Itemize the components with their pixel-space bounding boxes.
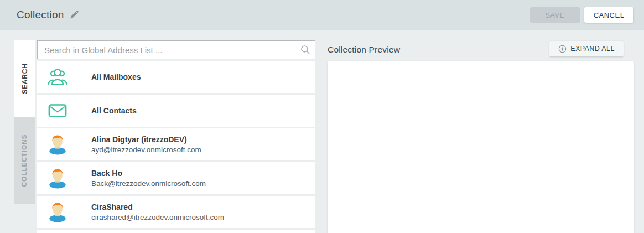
- list-item-name: CiraShared: [91, 203, 224, 211]
- address-list: All Mailboxes All Contacts: [37, 61, 315, 233]
- tab-collections[interactable]: COLLECTIONS: [14, 117, 35, 204]
- preview-title: Collection Preview: [328, 45, 400, 55]
- person-avatar-icon: [47, 133, 68, 156]
- tab-search[interactable]: SEARCH: [14, 40, 35, 117]
- list-item-partial: [37, 230, 315, 233]
- expand-all-label: EXPAND ALL: [570, 45, 615, 53]
- list-item-all-mailboxes[interactable]: All Mailboxes: [37, 61, 315, 93]
- list-item-person[interactable]: CiraShared cirashared@itrezzodev.onmicro…: [37, 196, 315, 228]
- list-item-text: All Contacts: [91, 106, 137, 115]
- pencil-icon[interactable]: [69, 10, 80, 20]
- page-title-text: Collection: [17, 9, 64, 21]
- list-item-all-contacts[interactable]: All Contacts: [37, 95, 315, 127]
- plus-circle-icon: [558, 45, 567, 53]
- list-item-text: CiraShared cirashared@itrezzodev.onmicro…: [91, 203, 224, 221]
- list-item-email: cirashared@itrezzodev.onmicrosoft.com: [91, 213, 224, 221]
- tab-collections-label: COLLECTIONS: [21, 134, 29, 187]
- page-title: Collection: [17, 9, 80, 21]
- list-item-text: All Mailboxes: [91, 73, 141, 81]
- save-button[interactable]: SAVE: [530, 7, 580, 23]
- list-item-name: Back Ho: [91, 169, 206, 178]
- header-actions: SAVE CANCEL: [530, 7, 633, 23]
- envelope-icon: [47, 100, 68, 122]
- person-avatar-icon: [47, 167, 68, 189]
- collection-preview-panel: [328, 61, 634, 233]
- list-item-text: Back Ho Back@itrezzodev.onmicrosoft.com: [91, 169, 206, 188]
- person-avatar-icon: [47, 201, 68, 223]
- search-bar: [37, 40, 315, 59]
- people-group-icon: [47, 66, 68, 88]
- list-item-text: Alina Digtyar (itrezzoDEV) ayd@itrezzode…: [91, 135, 201, 154]
- list-item-name: All Mailboxes: [91, 73, 141, 81]
- header-bar: Collection SAVE CANCEL: [0, 0, 644, 30]
- list-item-person[interactable]: Back Ho Back@itrezzodev.onmicrosoft.com: [37, 162, 315, 194]
- expand-all-button[interactable]: EXPAND ALL: [549, 41, 624, 56]
- cancel-button[interactable]: CANCEL: [584, 7, 633, 23]
- list-item-name: Alina Digtyar (itrezzoDEV): [91, 135, 201, 144]
- list-item-email: ayd@itrezzodev.onmicrosoft.com: [91, 146, 201, 154]
- tab-search-label: SEARCH: [21, 63, 29, 94]
- list-item-name: All Contacts: [91, 106, 137, 115]
- list-item-email: Back@itrezzodev.onmicrosoft.com: [91, 179, 206, 188]
- list-item-person[interactable]: Alina Digtyar (itrezzoDEV) ayd@itrezzode…: [37, 128, 315, 160]
- search-input[interactable]: [37, 40, 315, 59]
- magnifier-icon: [300, 45, 310, 55]
- collection-editor-page: Collection SAVE CANCEL SEARCH COLLECTION…: [0, 0, 644, 233]
